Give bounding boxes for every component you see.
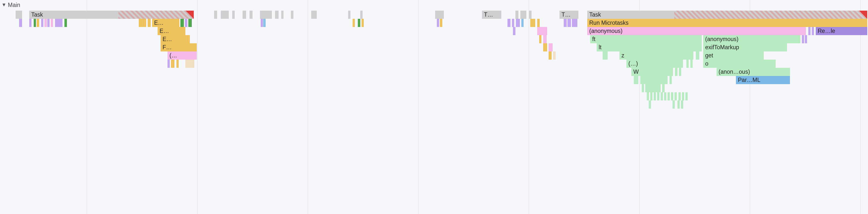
flame-entry[interactable] xyxy=(516,11,518,19)
flame-entry[interactable] xyxy=(177,60,179,68)
flame-entry[interactable] xyxy=(675,92,677,101)
flame-entry[interactable]: (anonymous) xyxy=(587,27,806,35)
flame-entry[interactable] xyxy=(362,19,364,27)
flame-entry[interactable]: E… xyxy=(152,19,179,27)
flame-entry[interactable]: F… xyxy=(161,43,197,51)
flame-entry[interactable] xyxy=(188,19,192,27)
flame-entry[interactable]: lt xyxy=(597,43,702,51)
thread-header[interactable]: ▼ Main xyxy=(0,0,20,10)
flame-entry[interactable] xyxy=(530,19,535,27)
flame-entry[interactable] xyxy=(671,92,673,101)
flame-entry[interactable] xyxy=(520,11,526,19)
flame-entry[interactable] xyxy=(47,19,50,27)
flame-entry[interactable] xyxy=(660,92,663,101)
flame-entry[interactable] xyxy=(513,27,516,35)
flame-entry[interactable] xyxy=(549,43,553,51)
flame-entry[interactable] xyxy=(812,27,814,35)
flame-entry[interactable] xyxy=(360,11,363,19)
flame-entry[interactable]: E… xyxy=(161,35,190,43)
flame-entry[interactable] xyxy=(649,101,651,109)
flame-entry[interactable]: E… xyxy=(158,27,185,35)
flame-entry[interactable] xyxy=(352,19,355,27)
flame-entry[interactable] xyxy=(645,84,660,92)
flame-entry[interactable]: W xyxy=(631,68,673,76)
flame-entry[interactable] xyxy=(678,101,680,109)
flame-entry[interactable] xyxy=(261,19,263,27)
flame-entry[interactable]: ft xyxy=(590,35,702,43)
flame-entry[interactable] xyxy=(19,19,22,27)
flame-entry[interactable] xyxy=(521,19,524,27)
flame-entry[interactable] xyxy=(657,92,659,101)
flame-entry[interactable] xyxy=(16,11,22,19)
flame-entry[interactable] xyxy=(679,68,681,76)
flame-entry[interactable] xyxy=(681,101,683,109)
flame-entry[interactable] xyxy=(640,76,668,84)
flame-entry[interactable] xyxy=(670,76,672,84)
flame-entry[interactable] xyxy=(808,27,810,35)
flame-entry[interactable] xyxy=(650,92,652,101)
flame-entry[interactable] xyxy=(51,19,53,27)
flame-entry[interactable] xyxy=(260,11,272,19)
flame-entry[interactable] xyxy=(185,60,194,68)
flame-entry[interactable] xyxy=(529,11,531,19)
flame-entry[interactable] xyxy=(543,43,547,51)
flame-entry[interactable] xyxy=(512,19,514,27)
flame-entry[interactable] xyxy=(507,19,510,27)
flame-entry[interactable] xyxy=(690,60,692,68)
flame-entry[interactable] xyxy=(64,19,67,27)
flame-entry[interactable] xyxy=(668,92,670,101)
flame-entry[interactable] xyxy=(682,92,684,101)
flame-entry[interactable]: z xyxy=(619,51,693,60)
flame-entry[interactable] xyxy=(55,19,62,27)
flame-entry[interactable] xyxy=(185,19,187,27)
flame-entry[interactable] xyxy=(564,19,567,27)
flame-entry[interactable] xyxy=(311,11,317,19)
flame-entry[interactable] xyxy=(678,92,681,101)
flame-entry[interactable] xyxy=(602,51,608,60)
disclosure-triangle-icon[interactable]: ▼ xyxy=(1,2,6,8)
flame-entry[interactable] xyxy=(537,27,547,35)
flame-entry[interactable] xyxy=(41,19,43,27)
flame-entry[interactable] xyxy=(34,19,36,27)
flame-entry[interactable] xyxy=(37,19,39,27)
flame-entry[interactable] xyxy=(654,92,656,101)
flame-entry[interactable] xyxy=(549,51,552,60)
flame-entry[interactable]: Par…ML xyxy=(736,76,790,84)
flame-entry[interactable] xyxy=(214,11,217,19)
flame-entry[interactable] xyxy=(243,11,246,19)
flame-entry[interactable] xyxy=(802,35,804,43)
flame-entry[interactable]: Run Microtasks xyxy=(587,19,867,27)
flame-entry[interactable] xyxy=(634,76,638,84)
flame-entry[interactable] xyxy=(139,19,146,27)
flame-entry[interactable] xyxy=(29,19,31,27)
flame-entry[interactable] xyxy=(281,11,283,19)
flame-entry[interactable]: (…) xyxy=(626,60,683,68)
flame-entry[interactable] xyxy=(250,11,252,19)
flame-entry[interactable] xyxy=(263,19,266,27)
flame-entry[interactable] xyxy=(435,11,444,19)
flame-entry[interactable]: T… xyxy=(559,11,578,19)
flame-entry[interactable]: Re…le xyxy=(816,27,867,35)
flame-entry[interactable] xyxy=(437,19,439,27)
flame-entry[interactable]: T… xyxy=(482,11,501,19)
flame-entry[interactable] xyxy=(275,11,279,19)
flame-entry[interactable] xyxy=(440,19,442,27)
flame-entry[interactable]: (anon…ous) xyxy=(717,68,790,76)
flame-entry[interactable] xyxy=(537,19,540,27)
flame-entry[interactable] xyxy=(673,101,675,109)
flame-entry[interactable] xyxy=(516,19,520,27)
flame-entry[interactable] xyxy=(44,19,47,27)
flame-entry[interactable]: exifToMarkup xyxy=(703,43,787,51)
flame-entry[interactable] xyxy=(167,60,170,68)
flame-entry[interactable] xyxy=(171,60,175,68)
flame-entry[interactable] xyxy=(291,11,293,19)
flame-entry[interactable] xyxy=(685,92,688,101)
flame-entry[interactable] xyxy=(805,35,807,43)
flame-entry[interactable] xyxy=(642,84,644,92)
flame-entry[interactable] xyxy=(348,11,350,19)
flame-entry[interactable]: get xyxy=(703,51,764,60)
flame-entry[interactable] xyxy=(572,19,577,27)
flame-entry[interactable]: o xyxy=(703,60,776,68)
flame-entry[interactable] xyxy=(567,19,571,27)
flame-entry[interactable] xyxy=(539,35,541,43)
